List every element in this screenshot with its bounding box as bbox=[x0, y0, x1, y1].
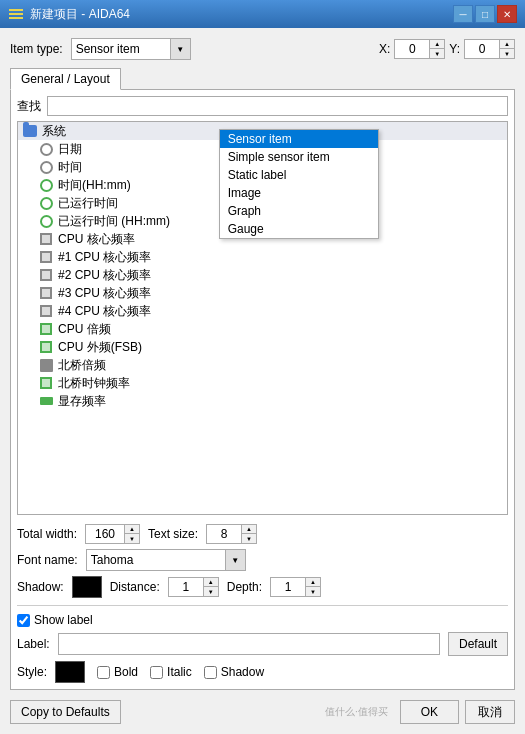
default-button[interactable]: Default bbox=[448, 632, 508, 656]
depth-spinner[interactable]: ▲ ▼ bbox=[270, 577, 321, 597]
x-input[interactable] bbox=[394, 39, 430, 59]
x-spin-up[interactable]: ▲ bbox=[430, 40, 444, 49]
distance-spinner[interactable]: ▲ ▼ bbox=[168, 577, 219, 597]
list-item-cpu3-freq[interactable]: #3 CPU 核心频率 bbox=[18, 284, 507, 302]
y-input[interactable] bbox=[464, 39, 500, 59]
list-item-cpu-multi[interactable]: CPU 倍频 bbox=[18, 320, 507, 338]
bold-checkbox-label[interactable]: Bold bbox=[97, 665, 138, 679]
font-value: Tahoma bbox=[87, 553, 225, 567]
search-label: 查找 bbox=[17, 98, 41, 115]
watermark: 值什么·值得买 bbox=[325, 705, 392, 719]
ok-button[interactable]: OK bbox=[400, 700, 459, 724]
item-label: #3 CPU 核心频率 bbox=[58, 285, 151, 302]
item-type-dropdown[interactable]: Sensor item Simple sensor item Static la… bbox=[219, 129, 379, 239]
dropdown-item-graph[interactable]: Graph bbox=[220, 202, 378, 220]
list-item-cpu1-freq[interactable]: #1 CPU 核心频率 bbox=[18, 248, 507, 266]
shadow-style-checkbox[interactable] bbox=[204, 666, 217, 679]
italic-checkbox-label[interactable]: Italic bbox=[150, 665, 192, 679]
y-spin-down[interactable]: ▼ bbox=[500, 49, 514, 58]
show-label-row: Show label bbox=[17, 613, 508, 627]
style-color[interactable] bbox=[55, 661, 85, 683]
list-item-vram-freq[interactable]: 显存频率 bbox=[18, 392, 507, 410]
x-spin-down[interactable]: ▼ bbox=[430, 49, 444, 58]
square-gray-icon bbox=[38, 250, 54, 264]
font-arrow[interactable]: ▼ bbox=[225, 550, 245, 570]
depth-down[interactable]: ▼ bbox=[306, 587, 320, 596]
shadow-style-label: Shadow bbox=[221, 665, 264, 679]
svg-rect-1 bbox=[9, 13, 23, 15]
item-label: #1 CPU 核心频率 bbox=[58, 249, 151, 266]
footer: Copy to Defaults 值什么·值得买 OK 取消 bbox=[10, 696, 515, 724]
depth-label: Depth: bbox=[227, 580, 262, 594]
label-input[interactable] bbox=[58, 633, 440, 655]
text-size-up[interactable]: ▲ bbox=[242, 525, 256, 534]
copy-defaults-button[interactable]: Copy to Defaults bbox=[10, 700, 121, 724]
total-width-input[interactable] bbox=[85, 524, 125, 544]
item-type-row: Item type: Sensor item ▼ Sensor item Sim… bbox=[10, 38, 515, 60]
search-input[interactable] bbox=[47, 96, 508, 116]
svg-rect-0 bbox=[9, 9, 23, 11]
dropdown-item-gauge[interactable]: Gauge bbox=[220, 220, 378, 238]
dropdown-item-sensor[interactable]: Sensor item bbox=[220, 130, 378, 148]
item-type-arrow[interactable]: ▼ bbox=[170, 39, 190, 59]
list-item-nb-multi[interactable]: 北桥倍频 bbox=[18, 356, 507, 374]
bold-checkbox[interactable] bbox=[97, 666, 110, 679]
divider bbox=[17, 605, 508, 606]
total-width-spinner[interactable]: ▲ ▼ bbox=[85, 524, 140, 544]
maximize-button[interactable]: □ bbox=[475, 5, 495, 23]
show-label-checkbox[interactable] bbox=[17, 614, 30, 627]
item-label: CPU 外频(FSB) bbox=[58, 339, 142, 356]
tab-bar: General / Layout bbox=[10, 68, 515, 90]
text-size-label: Text size: bbox=[148, 527, 198, 541]
font-row: Font name: Tahoma ▼ bbox=[17, 549, 508, 571]
distance-input[interactable] bbox=[168, 577, 204, 597]
shadow-checkbox-label[interactable]: Shadow bbox=[204, 665, 264, 679]
window-controls: ─ □ ✕ bbox=[453, 5, 517, 23]
tab-general[interactable]: General / Layout bbox=[10, 68, 121, 90]
depth-up[interactable]: ▲ bbox=[306, 578, 320, 587]
text-size-down[interactable]: ▼ bbox=[242, 534, 256, 543]
list-item-cpu-fsb[interactable]: CPU 外频(FSB) bbox=[18, 338, 507, 356]
clock-icon bbox=[38, 142, 54, 156]
dropdown-item-image[interactable]: Image bbox=[220, 184, 378, 202]
square-gray-icon bbox=[38, 304, 54, 318]
total-width-up[interactable]: ▲ bbox=[125, 525, 139, 534]
square-gray-icon bbox=[38, 268, 54, 282]
square-gray-icon bbox=[38, 232, 54, 246]
list-item-nb-clock[interactable]: 北桥时钟频率 bbox=[18, 374, 507, 392]
total-width-down[interactable]: ▼ bbox=[125, 534, 139, 543]
item-type-label: Item type: bbox=[10, 42, 63, 56]
close-button[interactable]: ✕ bbox=[497, 5, 517, 23]
clock-green-icon bbox=[38, 178, 54, 192]
font-label: Font name: bbox=[17, 553, 78, 567]
depth-input[interactable] bbox=[270, 577, 306, 597]
distance-up[interactable]: ▲ bbox=[204, 578, 218, 587]
list-item-cpu4-freq[interactable]: #4 CPU 核心频率 bbox=[18, 302, 507, 320]
text-size-input[interactable] bbox=[206, 524, 242, 544]
folder-icon bbox=[22, 124, 38, 138]
font-combo[interactable]: Tahoma ▼ bbox=[86, 549, 246, 571]
main-window: Item type: Sensor item ▼ Sensor item Sim… bbox=[0, 28, 525, 734]
y-spin-up[interactable]: ▲ bbox=[500, 40, 514, 49]
title-bar: 新建项目 - AIDA64 ─ □ ✕ bbox=[0, 0, 525, 28]
list-item-cpu2-freq[interactable]: #2 CPU 核心频率 bbox=[18, 266, 507, 284]
text-size-spinner[interactable]: ▲ ▼ bbox=[206, 524, 257, 544]
group-label: 系统 bbox=[42, 123, 66, 140]
shadow-color[interactable] bbox=[72, 576, 102, 598]
italic-label: Italic bbox=[167, 665, 192, 679]
minimize-button[interactable]: ─ bbox=[453, 5, 473, 23]
app-icon bbox=[8, 6, 24, 22]
total-width-label: Total width: bbox=[17, 527, 77, 541]
x-spinner[interactable]: ▲ ▼ bbox=[394, 39, 445, 59]
style-label: Style: bbox=[17, 665, 47, 679]
show-label-checkbox-label[interactable]: Show label bbox=[17, 613, 93, 627]
dropdown-item-simple[interactable]: Simple sensor item bbox=[220, 148, 378, 166]
dropdown-item-static[interactable]: Static label bbox=[220, 166, 378, 184]
y-spinner[interactable]: ▲ ▼ bbox=[464, 39, 515, 59]
style-row: Style: Bold Italic Shadow bbox=[17, 661, 508, 683]
item-type-value: Sensor item bbox=[72, 42, 170, 56]
italic-checkbox[interactable] bbox=[150, 666, 163, 679]
item-type-combo[interactable]: Sensor item ▼ Sensor item Simple sensor … bbox=[71, 38, 191, 60]
distance-down[interactable]: ▼ bbox=[204, 587, 218, 596]
cancel-button[interactable]: 取消 bbox=[465, 700, 515, 724]
